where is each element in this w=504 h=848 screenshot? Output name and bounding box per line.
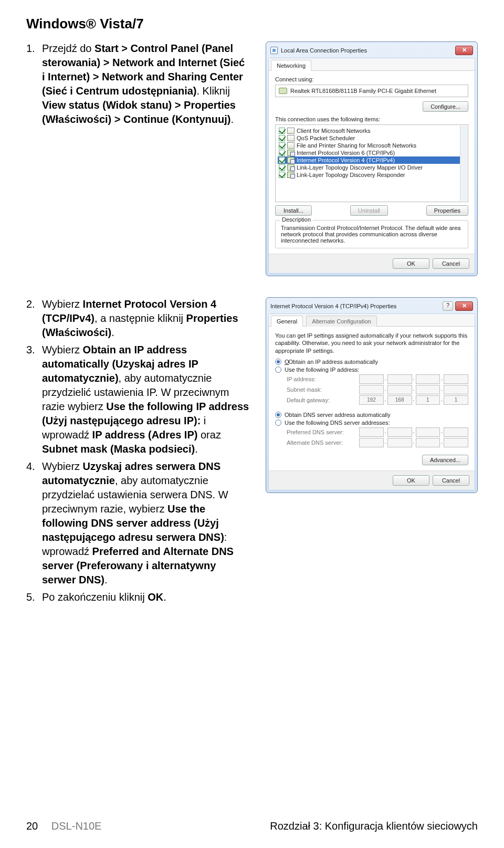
ip-octet[interactable]: 1 xyxy=(416,395,440,405)
page-number: 20 xyxy=(26,820,38,832)
description-box: Description Transmission Control Protoco… xyxy=(275,220,468,248)
tab-general[interactable]: General xyxy=(271,316,303,327)
items-list[interactable]: Client for Microsoft Networks QoS Packet… xyxy=(275,124,468,202)
page-title: Windows® Vista/7 xyxy=(26,16,478,32)
bold-text: Subnet mask (Maska podsieci) xyxy=(42,443,195,455)
text: Po zakończeniu kliknij xyxy=(42,591,148,603)
field-label: Default gateway: xyxy=(287,397,355,403)
step-4: 4. Wybierz Uzyskaj adres serwera DNS aut… xyxy=(26,459,250,587)
checkbox-icon[interactable] xyxy=(279,142,285,149)
description-legend: Description xyxy=(280,216,313,223)
advanced-row: Advanced... xyxy=(275,455,468,465)
radio-label: Use the following IP address: xyxy=(285,367,359,373)
checkbox-icon[interactable] xyxy=(279,150,285,156)
radio-use-ip[interactable]: Use the following IP address: xyxy=(275,367,468,373)
titlebar: Internet Protocol Version 4 (TCP/IPv4) P… xyxy=(268,300,475,313)
text: . xyxy=(163,591,166,603)
adns-row: Alternate DNS server: ... xyxy=(287,438,468,447)
list-item[interactable]: Link-Layer Topology Discovery Mapper I/O… xyxy=(278,164,466,171)
scrollbar[interactable] xyxy=(460,125,467,201)
close-icon[interactable]: ✕ xyxy=(455,46,473,55)
ip-octet[interactable]: 192 xyxy=(359,395,384,405)
ip-octet[interactable]: 168 xyxy=(387,395,412,405)
advanced-button[interactable]: Advanced... xyxy=(422,455,468,465)
step-3: 3. Wybierz Obtain an IP address automati… xyxy=(26,343,250,456)
titlebar: Local Area Connection Properties ✕ xyxy=(268,44,475,58)
field-label: Alternate DNS server: xyxy=(287,439,355,446)
text: . xyxy=(195,443,198,455)
tab-strip: General Alternate Configuration xyxy=(269,314,475,327)
tab-alternate[interactable]: Alternate Configuration xyxy=(306,316,377,327)
radio-use-dns[interactable]: Use the following DNS server addresses: xyxy=(275,420,468,426)
radio-icon[interactable] xyxy=(275,420,281,426)
ok-button[interactable]: OK xyxy=(393,258,429,269)
ip-input[interactable]: ... xyxy=(359,374,468,384)
help-icon[interactable]: ? xyxy=(443,301,453,311)
row-2: 2. Wybierz Internet Protocol Version 4 (… xyxy=(26,297,478,608)
step-number: 5. xyxy=(26,590,42,604)
title-left: Local Area Connection Properties xyxy=(270,47,367,54)
step-5: 5. Po zakończeniu kliknij OK. xyxy=(26,590,250,604)
ip-octet[interactable]: 1 xyxy=(444,395,468,405)
list-item[interactable]: Link-Layer Topology Discovery Responder xyxy=(278,171,466,179)
radio-auto-ip[interactable]: OObtain an IP address automatically xyxy=(275,359,468,365)
step-list-2: 2. Wybierz Internet Protocol Version 4 (… xyxy=(26,297,250,604)
checkbox-icon[interactable] xyxy=(279,128,285,134)
nic-name: Realtek RTL8168B/8111B Family PCI-E Giga… xyxy=(290,88,436,94)
dialog-content: Connect using: Realtek RTL8168B/8111B Fa… xyxy=(269,71,475,254)
text: . xyxy=(111,327,114,338)
footer-model: DSL-N10E xyxy=(51,820,102,832)
list-item[interactable]: QoS Packet Scheduler xyxy=(278,134,466,142)
ip-input[interactable]: ... xyxy=(359,438,468,447)
page-footer: 20 DSL-N10E Rozdział 3: Konfiguracja kli… xyxy=(26,820,478,832)
title-buttons: ? ✕ xyxy=(443,301,473,311)
radio-label: Obtain DNS server address automatically xyxy=(285,412,391,418)
protocol-icon xyxy=(287,150,295,156)
radio-icon[interactable] xyxy=(275,367,281,373)
uninstall-button[interactable]: Uninstall xyxy=(350,205,388,216)
protocol-icon xyxy=(287,157,295,163)
step-number: 1. xyxy=(26,41,42,127)
close-icon[interactable]: ✕ xyxy=(455,301,473,311)
text: Wybierz xyxy=(42,344,83,355)
ok-button[interactable]: OK xyxy=(393,475,429,486)
row-1: 1. Przejdź do Start > Control Panel (Pan… xyxy=(26,41,478,276)
checkbox-icon[interactable] xyxy=(279,135,285,141)
step-number: 3. xyxy=(26,343,42,456)
step-body: Wybierz Uzyskaj adres serwera DNS automa… xyxy=(42,459,250,587)
checkbox-icon[interactable] xyxy=(279,172,285,178)
install-button[interactable]: Install... xyxy=(275,205,312,216)
item-label: Internet Protocol Version 6 (TCP/IPv6) xyxy=(297,150,395,156)
tab-networking[interactable]: Networking xyxy=(271,60,311,71)
list-item[interactable]: Internet Protocol Version 6 (TCP/IPv6) xyxy=(278,149,466,156)
item-label: Client for Microsoft Networks xyxy=(297,128,371,134)
text: . Kliknij xyxy=(196,85,229,97)
tab-strip: Networking xyxy=(269,58,475,71)
radio-label: Use the following DNS server addresses: xyxy=(285,420,390,426)
checkbox-icon[interactable] xyxy=(279,157,285,163)
properties-button[interactable]: Properties xyxy=(426,205,468,216)
ip-input[interactable]: ... xyxy=(359,427,468,437)
cancel-button[interactable]: Cancel xyxy=(433,475,469,486)
text: Przejdź do xyxy=(42,43,94,54)
bold-text: IP address (Adres IP) xyxy=(92,429,198,441)
ip-input[interactable]: 192. 168. 1. 1 xyxy=(359,395,468,405)
step-body: Wybierz Obtain an IP address automatical… xyxy=(42,343,250,456)
list-item[interactable]: Client for Microsoft Networks xyxy=(278,127,466,134)
checkbox-icon[interactable] xyxy=(279,164,285,171)
screenshot-1: Local Area Connection Properties ✕ Netwo… xyxy=(266,41,478,276)
field-label: Preferred DNS server: xyxy=(287,429,355,435)
cancel-button[interactable]: Cancel xyxy=(433,258,469,269)
intro-text: You can get IP settings assigned automat… xyxy=(275,332,468,354)
configure-button[interactable]: Configure... xyxy=(423,101,468,112)
radio-auto-dns[interactable]: Obtain DNS server address automatically xyxy=(275,412,468,418)
list-item[interactable]: File and Printer Sharing for Microsoft N… xyxy=(278,142,466,149)
radio-icon[interactable] xyxy=(275,359,281,365)
dialog-content: You can get IP settings assigned automat… xyxy=(269,327,475,470)
title-left: Internet Protocol Version 4 (TCP/IPv4) P… xyxy=(270,303,396,309)
ip-input[interactable]: ... xyxy=(359,385,468,394)
gateway-row: Default gateway: 192. 168. 1. 1 xyxy=(287,395,468,405)
radio-icon[interactable] xyxy=(275,412,281,418)
step-number: 4. xyxy=(26,459,42,587)
list-item-selected[interactable]: Internet Protocol Version 4 (TCP/IPv4) xyxy=(278,156,466,164)
